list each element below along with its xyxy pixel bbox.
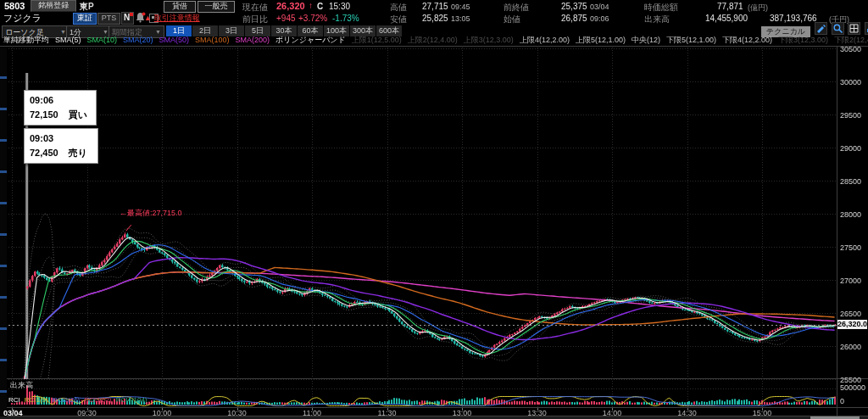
prev-close-value: 25,375: [561, 2, 587, 11]
high-value: 27,715: [422, 2, 448, 11]
order-tooltip-buy: 09:06 72,150 買い: [24, 90, 97, 126]
left-edge-marks: [0, 47, 7, 416]
price-tick-27000: 27000: [840, 277, 861, 285]
order-time: 09:03: [30, 131, 92, 146]
price-tick-28500: 28500: [840, 177, 861, 186]
warning-triangle-icon: ▲: [144, 14, 152, 22]
legend-item-中央(12): 中央(12): [632, 36, 660, 44]
low-label: 安値: [390, 14, 407, 25]
register-symbol-button[interactable]: 銘柄登録: [31, 0, 76, 12]
open-value: 26,875: [561, 14, 587, 23]
session-high-annotation: ←最高値:27,715.0: [120, 208, 182, 219]
symbol-code: 5803: [4, 1, 25, 11]
low-value: 25,825: [422, 14, 448, 23]
legend-item-下限3(12,3.00): 下限3(12,3.00): [778, 36, 828, 44]
news-icon[interactable]: N: [121, 12, 134, 25]
rci-item-RCI2(26): RCI2(26): [53, 396, 80, 404]
legend-item-bollinger-title: ボリンジャーバンド: [275, 36, 346, 44]
exchange-pts-button[interactable]: PTS: [97, 13, 120, 25]
legend-item-SMA(50): SMA(50): [159, 36, 190, 44]
low-time: 13:05: [451, 14, 470, 23]
change-label: 前日比: [242, 14, 268, 25]
price-tick-27500: 27500: [840, 243, 861, 252]
legend-item-SMA(20): SMA(20): [123, 36, 153, 44]
legend-item-SMA(5): SMA(5): [55, 36, 81, 44]
order-side: 売り: [69, 148, 87, 158]
price-tick-29000: 29000: [840, 144, 861, 153]
symbol-name: フジクラ: [3, 12, 42, 25]
rci-item-RCI4(104): RCI4(104): [116, 396, 147, 404]
market-segment: 東P: [80, 1, 94, 13]
legend-item-上限3(12,3.00): 上限3(12,3.00): [464, 36, 514, 44]
legend-item-sma-title: 単純移動平均: [3, 36, 49, 44]
order-side: 買い: [69, 109, 87, 120]
volume-label: 出来高: [644, 14, 670, 25]
price-tick-25500: 25500: [840, 376, 861, 384]
indicator-legend: 単純移動平均SMA(5)SMA(10)SMA(20)SMA(50)SMA(100…: [3, 35, 868, 46]
margin-badge: 貸借: [164, 1, 196, 13]
current-price-label: 現在値: [242, 2, 268, 14]
change-value: +945: [276, 14, 296, 23]
volume-pane-label: 出来高: [10, 380, 33, 391]
legend-item-上限1(12,5.00): 上限1(12,5.00): [352, 36, 402, 44]
legend-item-上限2(12,4.00): 上限2(12,4.00): [408, 36, 458, 44]
order-tooltip-sell: 09:03 72,450 売り: [24, 128, 98, 164]
market-cap-value: 77,871: [717, 2, 743, 11]
price-tick-29500: 29500: [840, 111, 861, 120]
legend-item-下限5(12,1.00): 下限5(12,1.00): [666, 36, 716, 44]
price-tick-30500: 30500: [840, 45, 861, 53]
exchange-tse-button[interactable]: 東証: [73, 13, 97, 25]
high-label: 高値: [390, 2, 407, 14]
prev-close-date: 03/04: [590, 3, 609, 11]
general-sell-badge: 一般売: [198, 1, 235, 13]
volume-value: 14,455,900: [705, 14, 748, 23]
price-tick-26000: 26000: [840, 343, 861, 351]
up-arrow-icon: ↑: [309, 1, 313, 10]
legend-item-SMA(100): SMA(100): [195, 36, 230, 44]
trade-warning-link[interactable]: ▲ 取引注意情報: [144, 13, 200, 24]
pts-percent: -1.73%: [332, 14, 359, 23]
grid-layout-icon[interactable]: [848, 22, 860, 35]
order-price: 72,150: [30, 109, 58, 120]
price-tick-28000: 28000: [840, 210, 861, 219]
legend-item-下限2(12,4.00): 下限2(12,4.00): [834, 36, 868, 44]
current-price: 26,320: [276, 1, 305, 11]
legend-item-SMA(200): SMA(200): [236, 36, 270, 44]
draw-pencil-icon[interactable]: [815, 22, 827, 35]
market-cap-label: 時価総額: [644, 2, 678, 14]
trading-chart-window: { "ui": {"dropdown_arrow": "▼", "warning…: [0, 0, 868, 419]
legend-item-上限5(12,1.00): 上限5(12,1.00): [576, 36, 626, 44]
open-time: 09:06: [590, 14, 609, 23]
open-label: 始値: [504, 14, 520, 25]
price-tick-30000: 30000: [840, 78, 861, 87]
volume-tick-0: 0: [840, 397, 844, 405]
price-tick-26500: 26500: [840, 310, 861, 318]
high-time: 09:45: [451, 3, 470, 11]
left-arrow-icon: ←: [120, 209, 127, 217]
chart-style-icon[interactable]: [865, 22, 868, 35]
zoom-magnifier-icon[interactable]: [832, 22, 844, 35]
market-cap-unit: (億円): [748, 3, 768, 14]
rci-title: RCI: [8, 396, 20, 404]
prev-close-label: 前終値: [504, 2, 529, 14]
order-time: 09:06: [30, 93, 91, 108]
legend-item-上限4(12,2.00): 上限4(12,2.00): [520, 36, 570, 44]
rci-legend: RCIRCI1(9)RCI2(26)RCI3(52)RCI4(104): [8, 396, 152, 404]
current-time: 15:30: [329, 2, 350, 11]
legend-item-下限4(12,2.00): 下限4(12,2.00): [722, 36, 772, 44]
volume-tick-500000: 500000: [840, 383, 865, 392]
change-percent: +3.72%: [298, 14, 327, 23]
rci-item-RCI3(52): RCI3(52): [84, 396, 111, 404]
close-flag: C: [317, 2, 323, 11]
legend-item-SMA(10): SMA(10): [87, 36, 118, 44]
current-price-tag: 26,320.0: [837, 320, 867, 329]
rci-item-RCI1(9): RCI1(9): [25, 396, 48, 404]
order-price: 72,450: [30, 148, 58, 158]
